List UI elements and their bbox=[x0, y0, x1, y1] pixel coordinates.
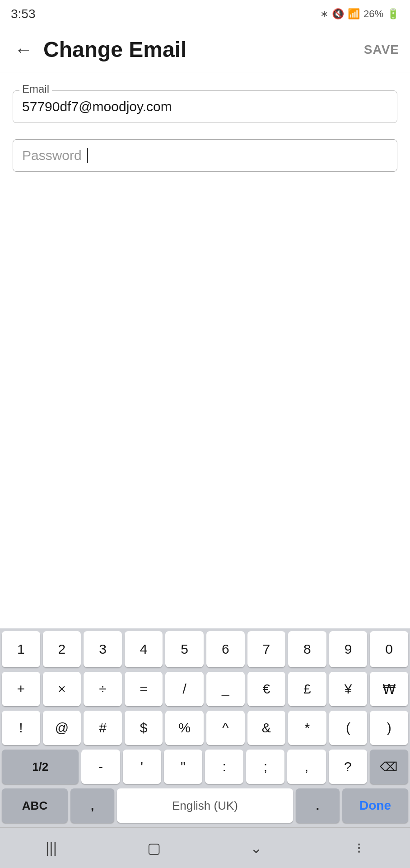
key-semicolon[interactable]: ; bbox=[246, 750, 284, 784]
key-1[interactable]: 1 bbox=[2, 631, 40, 667]
app-bar: ← Change Email SAVE bbox=[0, 27, 410, 72]
page-title: Change Email bbox=[43, 37, 364, 62]
key-2[interactable]: 2 bbox=[43, 631, 81, 667]
text-cursor bbox=[87, 148, 88, 163]
key-7[interactable]: 7 bbox=[247, 631, 286, 667]
key-hash[interactable]: # bbox=[84, 711, 122, 745]
key-comma-bottom[interactable]: , bbox=[70, 788, 114, 823]
key-pound[interactable]: £ bbox=[288, 672, 326, 706]
mute-icon: 🔇 bbox=[332, 8, 344, 20]
nav-recents-button[interactable]: ⌄ bbox=[238, 835, 275, 862]
key-question[interactable]: ? bbox=[329, 750, 367, 784]
key-done[interactable]: Done bbox=[342, 788, 408, 823]
keyboard-number-row: 1 2 3 4 5 6 7 8 9 0 bbox=[0, 628, 410, 669]
key-plus[interactable]: + bbox=[2, 672, 40, 706]
key-dollar[interactable]: $ bbox=[125, 711, 163, 745]
status-time: 3:53 bbox=[11, 7, 36, 21]
key-period-bottom[interactable]: . bbox=[296, 788, 340, 823]
key-slash[interactable]: / bbox=[165, 672, 204, 706]
save-button[interactable]: SAVE bbox=[364, 42, 399, 57]
bluetooth-icon: ∗ bbox=[320, 8, 328, 20]
battery-icon: 🔋 bbox=[387, 8, 399, 20]
key-3[interactable]: 3 bbox=[84, 631, 122, 667]
key-9[interactable]: 9 bbox=[329, 631, 368, 667]
password-field[interactable]: Password bbox=[13, 139, 397, 172]
key-minus[interactable]: - bbox=[81, 750, 120, 784]
nav-back-button[interactable]: ||| bbox=[33, 835, 70, 862]
key-quote[interactable]: " bbox=[164, 750, 202, 784]
password-label: Password bbox=[22, 146, 82, 165]
key-lparen[interactable]: ( bbox=[329, 711, 368, 745]
key-6[interactable]: 6 bbox=[206, 631, 245, 667]
status-icons: ∗ 🔇 📶 26% 🔋 bbox=[320, 8, 399, 20]
keyboard-symbol-row2: ! @ # $ % ^ & * ( ) bbox=[0, 708, 410, 747]
nav-keyboard-button[interactable]: ⁝ bbox=[341, 835, 377, 862]
nav-home-button[interactable]: ▢ bbox=[136, 835, 172, 862]
wifi-icon: 📶 bbox=[348, 8, 360, 20]
key-asterisk[interactable]: * bbox=[288, 711, 326, 745]
key-5[interactable]: 5 bbox=[165, 631, 204, 667]
email-value: 57790df7@moodjoy.com bbox=[22, 97, 388, 116]
keyboard: 1 2 3 4 5 6 7 8 9 0 + × ÷ = / _ € £ ¥ ₩ … bbox=[0, 628, 410, 868]
key-at[interactable]: @ bbox=[43, 711, 81, 745]
key-won[interactable]: ₩ bbox=[370, 672, 408, 706]
back-button[interactable]: ← bbox=[11, 37, 36, 62]
email-field[interactable]: Email 57790df7@moodjoy.com bbox=[13, 90, 397, 123]
key-abc[interactable]: ABC bbox=[2, 788, 68, 823]
key-rparen[interactable]: ) bbox=[370, 711, 408, 745]
keyboard-symbol-row1: + × ÷ = / _ € £ ¥ ₩ bbox=[0, 669, 410, 708]
key-exclaim[interactable]: ! bbox=[2, 711, 40, 745]
keyboard-special-row: 1/2 - ' " : ; , ? ⌫ bbox=[0, 747, 410, 786]
key-times[interactable]: × bbox=[43, 672, 81, 706]
battery-percent: 26% bbox=[363, 8, 383, 20]
key-caret[interactable]: ^ bbox=[206, 711, 245, 745]
email-label: Email bbox=[19, 83, 52, 95]
key-divide[interactable]: ÷ bbox=[84, 672, 122, 706]
key-8[interactable]: 8 bbox=[288, 631, 326, 667]
key-percent[interactable]: % bbox=[165, 711, 204, 745]
status-bar: 3:53 ∗ 🔇 📶 26% 🔋 bbox=[0, 0, 410, 27]
key-space[interactable]: English (UK) bbox=[117, 788, 293, 823]
password-placeholder: Password bbox=[22, 146, 388, 165]
key-colon[interactable]: : bbox=[205, 750, 243, 784]
key-12[interactable]: 1/2 bbox=[2, 750, 79, 784]
key-apostrophe[interactable]: ' bbox=[123, 750, 161, 784]
key-comma[interactable]: , bbox=[287, 750, 326, 784]
key-0[interactable]: 0 bbox=[370, 631, 408, 667]
key-yen[interactable]: ¥ bbox=[329, 672, 368, 706]
key-euro[interactable]: € bbox=[247, 672, 286, 706]
key-underscore[interactable]: _ bbox=[206, 672, 245, 706]
nav-bar: ||| ▢ ⌄ ⁝ bbox=[0, 827, 410, 868]
key-backspace[interactable]: ⌫ bbox=[370, 750, 408, 784]
keyboard-bottom-row: ABC , English (UK) . Done bbox=[0, 786, 410, 827]
form-area: Email 57790df7@moodjoy.com Password bbox=[0, 72, 410, 172]
key-ampersand[interactable]: & bbox=[247, 711, 286, 745]
key-equals[interactable]: = bbox=[125, 672, 163, 706]
key-4[interactable]: 4 bbox=[125, 631, 163, 667]
